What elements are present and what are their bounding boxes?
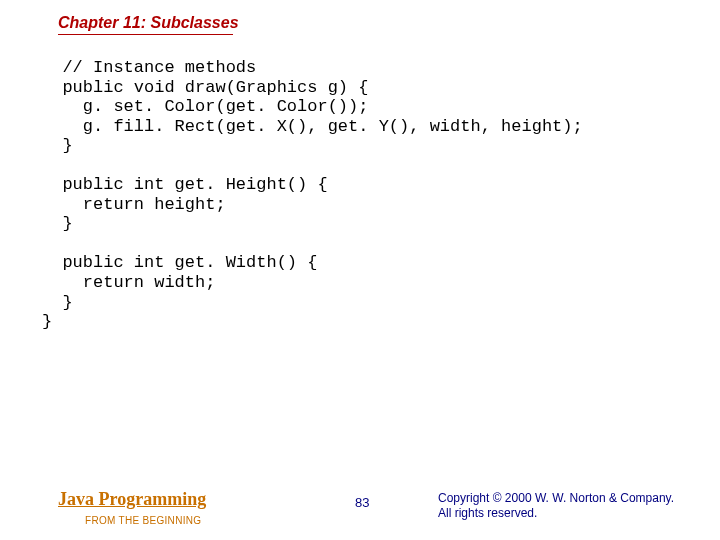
copyright-text: Copyright © 2000 W. W. Norton & Company.…: [438, 491, 674, 522]
chapter-underline: [58, 34, 233, 35]
copyright-line1: Copyright © 2000 W. W. Norton & Company.: [438, 491, 674, 505]
code-content: // Instance methods public void draw(Gra…: [42, 58, 583, 332]
copyright-line2: All rights reserved.: [438, 506, 537, 520]
chapter-title: Chapter 11: Subclasses: [58, 14, 239, 32]
book-subtitle: FROM THE BEGINNING: [85, 515, 201, 526]
book-title: Java Programming: [58, 489, 206, 510]
page-number: 83: [355, 495, 369, 510]
